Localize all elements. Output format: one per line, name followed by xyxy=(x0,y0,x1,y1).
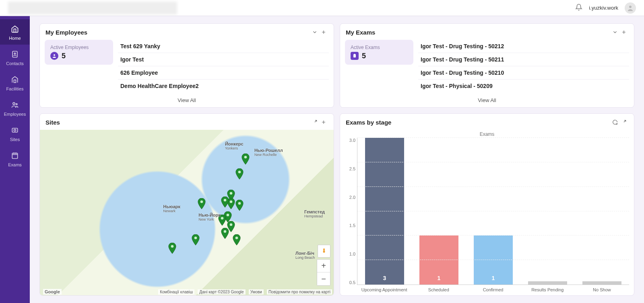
svg-point-27 xyxy=(227,213,229,216)
expand-icon[interactable] xyxy=(310,118,319,127)
map-city-label: ГемпстедHempstead xyxy=(304,209,325,218)
svg-point-30 xyxy=(224,230,227,233)
nav-label: Facilities xyxy=(6,86,24,91)
map-city-label: Нью-ЙоркNew York xyxy=(198,213,221,221)
map-pin[interactable] xyxy=(235,168,244,180)
sidebar-item-exams[interactable]: Exams xyxy=(0,146,30,171)
map-city-label: Лонг-БічLong Beach xyxy=(295,251,315,260)
sidebar-item-employees[interactable]: Employees xyxy=(0,95,30,121)
map-data-label: Дані карт ©2023 Google xyxy=(198,289,245,295)
x-tick: Confirmed xyxy=(466,285,520,292)
map-city-label: Нью-РошеллNew Rochelle xyxy=(254,148,283,157)
list-item[interactable]: Igor Test - Drug Testing - 50212 xyxy=(418,40,629,53)
map-city-label: ЙонкерсYonkers xyxy=(225,141,244,150)
list-item[interactable]: 626 Employee xyxy=(118,66,329,80)
x-tick: Scheduled xyxy=(411,285,466,292)
svg-rect-36 xyxy=(323,250,325,253)
chevron-down-icon[interactable] xyxy=(310,28,319,37)
chart-bar[interactable] xyxy=(582,281,621,285)
map-pin[interactable] xyxy=(168,243,176,254)
svg-point-34 xyxy=(171,245,173,248)
y-tick: 1.5 xyxy=(349,223,355,228)
refresh-icon[interactable] xyxy=(611,118,619,127)
pegman-icon[interactable] xyxy=(318,245,330,258)
card-title: Sites xyxy=(45,119,310,126)
svg-point-32 xyxy=(200,201,203,203)
person-icon xyxy=(50,52,58,60)
contacts-icon xyxy=(11,50,19,59)
notifications-icon[interactable] xyxy=(575,4,582,12)
svg-point-14 xyxy=(54,54,55,56)
sidebar-item-sites[interactable]: Sites xyxy=(0,121,30,146)
map-zoom-controls: + − xyxy=(317,259,330,286)
x-tick: Upcoming Appointment xyxy=(357,285,411,292)
map-pin[interactable] xyxy=(233,234,241,246)
sites-map[interactable]: ЙонкерсYonkersНью-РошеллNew RochelleНьюа… xyxy=(40,130,334,295)
list-item[interactable]: Igor Test - Drug Testing - 50211 xyxy=(418,53,629,66)
map-pin[interactable] xyxy=(221,197,229,208)
list-item[interactable]: Test 629 Yanky xyxy=(118,40,329,53)
sidebar-item-home[interactable]: Home xyxy=(0,19,30,45)
zoom-in-button[interactable]: + xyxy=(317,260,330,272)
nav-label: Home xyxy=(9,36,21,41)
expand-icon[interactable] xyxy=(619,118,628,127)
list-item[interactable]: Igor Test xyxy=(118,53,329,66)
map-attribution: Google Комбінації клавіш Дані карт ©2023… xyxy=(41,289,332,295)
svg-rect-3 xyxy=(14,80,16,83)
svg-point-29 xyxy=(229,223,232,226)
exams-icon xyxy=(11,152,19,160)
map-report-link[interactable]: Повідомити про помилку на карті xyxy=(267,289,332,295)
list-item[interactable]: Igor Test - Physical - 50209 xyxy=(418,80,629,92)
map-terms-link[interactable]: Умови xyxy=(249,289,264,295)
svg-point-7 xyxy=(14,129,16,131)
chart-bar[interactable]: 1 xyxy=(474,235,513,285)
sites-icon xyxy=(11,126,19,135)
svg-rect-17 xyxy=(353,54,356,57)
map-pin[interactable] xyxy=(242,154,250,165)
plus-icon[interactable] xyxy=(319,118,328,127)
nav-label: Contacts xyxy=(6,61,23,66)
sidebar-item-facilities[interactable]: Facilities xyxy=(0,70,30,95)
zoom-out-button[interactable]: − xyxy=(317,272,330,285)
svg-rect-6 xyxy=(12,128,17,132)
nav-label: Employees xyxy=(4,112,26,117)
list-item[interactable]: Demo HealthCare Employee2 xyxy=(118,80,329,92)
brand-logo xyxy=(8,2,177,14)
svg-point-0 xyxy=(629,6,632,8)
chart-title: Exams xyxy=(345,131,629,137)
chart-bar[interactable]: 1 xyxy=(419,235,458,285)
exams-list: Igor Test - Drug Testing - 50212Igor Tes… xyxy=(418,40,629,92)
svg-point-24 xyxy=(229,201,232,203)
chart-y-axis: 3.02.52.01.51.00.5 xyxy=(345,138,357,285)
map-pin[interactable] xyxy=(235,200,244,211)
svg-point-28 xyxy=(221,217,223,220)
map-pin[interactable] xyxy=(192,234,200,246)
chevron-down-icon[interactable] xyxy=(611,28,619,37)
active-exams-tile[interactable]: Active Exams 5 xyxy=(345,40,413,65)
x-tick: Results Pending xyxy=(520,285,575,292)
view-all-link[interactable]: View All xyxy=(340,94,634,107)
svg-point-31 xyxy=(235,237,238,240)
view-all-link[interactable]: View All xyxy=(40,94,334,107)
chart-bar[interactable]: 3 xyxy=(365,138,404,285)
sidebar: HomeContactsFacilitiesEmployeesSitesExam… xyxy=(0,16,30,303)
chart-bar[interactable] xyxy=(528,281,567,285)
map-shortcuts-link[interactable]: Комбінації клавіш xyxy=(158,289,194,295)
map-pin[interactable] xyxy=(198,198,206,209)
svg-point-5 xyxy=(16,104,17,105)
card-title: My Employees xyxy=(45,29,310,36)
map-city-label: НьюаркNewark xyxy=(163,204,180,213)
chart-plot: 311 xyxy=(357,138,629,285)
username-label[interactable]: i.yuzkiv.work xyxy=(589,5,618,11)
sidebar-item-contacts[interactable]: Contacts xyxy=(0,45,30,70)
map-pin[interactable] xyxy=(221,228,229,239)
avatar[interactable] xyxy=(625,2,636,14)
plus-icon[interactable] xyxy=(319,28,328,37)
plus-icon[interactable] xyxy=(619,28,628,37)
svg-point-23 xyxy=(229,192,232,195)
y-tick: 3.0 xyxy=(349,138,355,143)
svg-point-33 xyxy=(194,237,197,240)
svg-rect-8 xyxy=(12,153,17,158)
list-item[interactable]: Igor Test - Drug Testing - 50210 xyxy=(418,66,629,80)
active-employees-tile[interactable]: Active Employees 5 xyxy=(45,40,113,65)
